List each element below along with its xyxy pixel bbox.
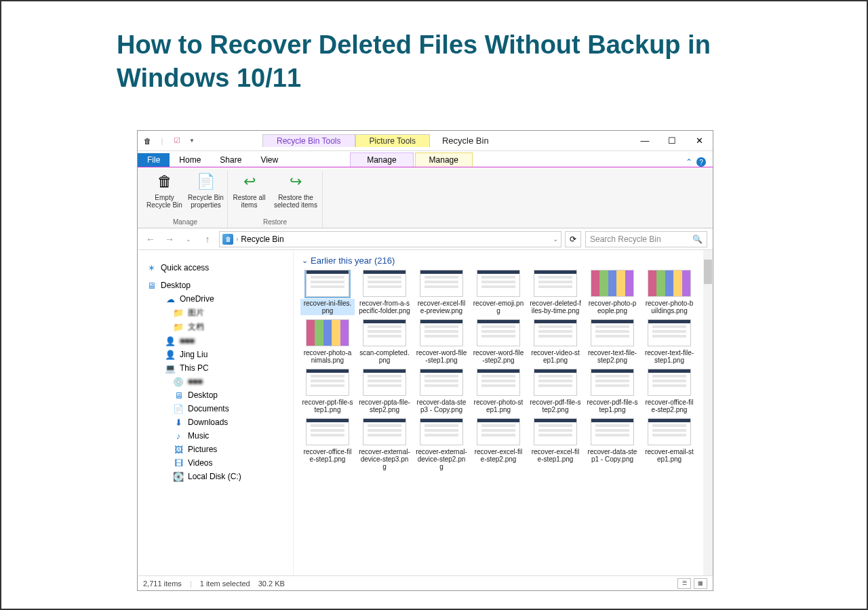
file-name: recover-office-file-step2.png [642,398,696,414]
file-item[interactable]: recover-email-step1.png [642,418,696,471]
file-item[interactable]: recover-pdf-file-step1.png [585,369,639,414]
group-header[interactable]: ⌄ Earlier this year (216) [294,250,713,270]
nav-user-blurred[interactable]: 👤■■■ [140,334,290,348]
nav-downloads[interactable]: ⬇Downloads [140,415,290,429]
close-button[interactable]: ✕ [686,131,713,150]
tab-picture-tools[interactable]: Picture Tools [355,134,430,147]
video-icon: 🎞 [173,458,184,468]
restore-all-button[interactable]: ↩ Restore all items [231,171,268,209]
chevron-up-icon[interactable]: ⌃ [686,157,692,167]
file-thumbnail [648,270,691,297]
file-item[interactable]: recover-office-file-step1.png [300,418,355,471]
file-name: recover-ppt-file-step1.png [300,398,355,414]
file-item[interactable]: recover-excel-file-preview.png [414,270,469,315]
file-item[interactable]: recover-emoji.png [471,270,526,315]
nav-user-jing[interactable]: 👤Jing Liu [140,348,290,361]
refresh-button[interactable]: ⟳ [565,231,581,247]
restore-selected-button[interactable]: ↪ Restore the selected items [272,171,319,209]
nav-desktop[interactable]: 🖥Desktop [140,388,290,402]
file-item[interactable]: recover-excel-file-step1.png [528,418,583,471]
tab-share[interactable]: Share [210,153,251,167]
file-item[interactable]: recover-photo-buildings.png [642,270,696,315]
nav-onedrive-item[interactable]: 📁图片 [140,306,290,320]
ribbon-tabs: File Home Share View Manage Manage ⌃ ? [138,151,713,167]
file-item[interactable]: recover-text-file-step2.png [585,319,639,365]
drive-icon: 💽 [173,471,184,482]
nav-quick-access[interactable]: ✶Quick access [140,261,290,274]
minimize-button[interactable]: — [631,131,658,150]
nav-pictures[interactable]: 🖼Pictures [140,443,290,456]
file-name: scan-completed.png [357,348,412,365]
quick-access-toolbar: 🗑 | ☑ ▼ [138,136,201,146]
nav-onedrive-item[interactable]: 📁文档 [140,320,290,334]
nav-desktop-root[interactable]: 🖥Desktop [140,279,290,292]
file-item[interactable]: recover-from-a-specific-folder.png [357,270,412,315]
file-item[interactable]: recover-text-file-step1.png [642,319,696,365]
forward-button[interactable]: → [162,232,177,247]
file-item[interactable]: recover-video-step1.png [528,319,583,365]
back-button[interactable]: ← [143,232,158,247]
file-item[interactable]: recover-word-file-step1.png [414,319,469,365]
file-name: recover-office-file-step1.png [300,447,355,464]
file-item[interactable]: recover-deleted-files-by-time.png [528,270,583,315]
chevron-down-icon[interactable]: ⌄ [553,235,558,243]
file-item[interactable]: scan-completed.png [357,319,412,365]
ribbon-group-manage: 🗑 Empty Recycle Bin 📄 Recycle Bin proper… [143,171,228,228]
up-button[interactable]: ↑ [200,232,215,247]
breadcrumb-segment[interactable]: Recycle Bin [241,235,283,244]
chevron-right-icon: › [236,235,238,243]
vertical-scrollbar[interactable] [703,250,713,575]
file-item[interactable]: recover-ppt-file-step1.png [300,369,355,414]
maximize-button[interactable]: ☐ [658,131,686,150]
navigation-pane: ✶Quick access 🖥Desktop ☁OneDrive 📁图片 📁文档… [138,250,294,575]
empty-recycle-bin-button[interactable]: 🗑 Empty Recycle Bin [146,171,183,209]
tab-home[interactable]: Home [170,153,210,167]
tab-recycle-tools[interactable]: Recycle Bin Tools [262,134,355,147]
file-item[interactable]: recover-photo-step1.png [471,369,526,414]
ribbon: 🗑 Empty Recycle Bin 📄 Recycle Bin proper… [138,167,713,228]
file-item[interactable]: recover-office-file-step2.png [642,369,696,414]
file-item[interactable]: recover-excel-file-step2.png [471,418,526,471]
file-thumbnail [477,418,520,445]
file-item[interactable]: recover-data-step3 - Copy.png [414,369,469,414]
view-large-icons-button[interactable]: ▦ [694,578,707,589]
nav-onedrive[interactable]: ☁OneDrive [140,292,290,306]
search-input[interactable]: Search Recycle Bin 🔍 [585,231,707,247]
nav-music[interactable]: ♪Music [140,429,290,443]
explorer-window: 🗑 | ☑ ▼ Recycle Bin Tools Picture Tools … [137,130,713,591]
status-bar: 2,711 items | 1 item selected 30.2 KB ☰ … [138,575,713,590]
tab-manage-picture[interactable]: Manage [415,152,473,167]
tab-manage-recycle[interactable]: Manage [350,152,413,167]
file-item[interactable]: recover-photo-animals.png [300,319,355,365]
tab-view[interactable]: View [251,153,288,167]
tab-file[interactable]: File [138,153,170,167]
properties-icon[interactable]: ☑ [172,136,182,146]
file-item[interactable]: recover-ini-files.png [300,270,355,315]
view-details-button[interactable]: ☰ [677,578,691,589]
file-item[interactable]: recover-external-device-step3.png [357,418,412,471]
nav-this-pc[interactable]: 💻This PC [140,361,290,375]
file-thumbnail [420,319,463,346]
file-name: recover-external-device-step3.png [357,447,412,471]
qat-dropdown-icon[interactable]: ▼ [186,136,197,146]
star-icon: ✶ [146,262,157,273]
recycle-bin-properties-button[interactable]: 📄 Recycle Bin properties [187,171,224,209]
file-name: recover-photo-people.png [585,299,639,315]
file-item[interactable]: recover-photo-people.png [585,270,639,315]
breadcrumb[interactable]: 🗑 › Recycle Bin ⌄ [219,231,561,247]
status-total-items: 2,711 items [143,580,182,588]
nav-documents[interactable]: 📄Documents [140,402,290,415]
restore-selected-icon: ↪ [285,171,307,192]
nav-pc-blurred[interactable]: 💿■■■ [140,375,290,388]
recent-chevron-icon[interactable]: ⌄ [181,232,196,247]
file-item[interactable]: recover-word-file-step2.png [471,319,526,365]
file-item[interactable]: recover-ppta-file-step2.png [357,369,412,414]
file-item[interactable]: recover-pdf-file-step2.png [528,369,583,414]
file-item[interactable]: recover-data-step1 - Copy.png [585,418,639,471]
help-icon[interactable]: ? [696,157,706,167]
nav-videos[interactable]: 🎞Videos [140,456,290,470]
scrollbar-thumb[interactable] [704,260,712,284]
file-name: recover-from-a-specific-folder.png [357,299,412,315]
file-item[interactable]: recover-external-device-step2.png [414,418,469,471]
nav-local-disk-c[interactable]: 💽Local Disk (C:) [140,470,290,483]
